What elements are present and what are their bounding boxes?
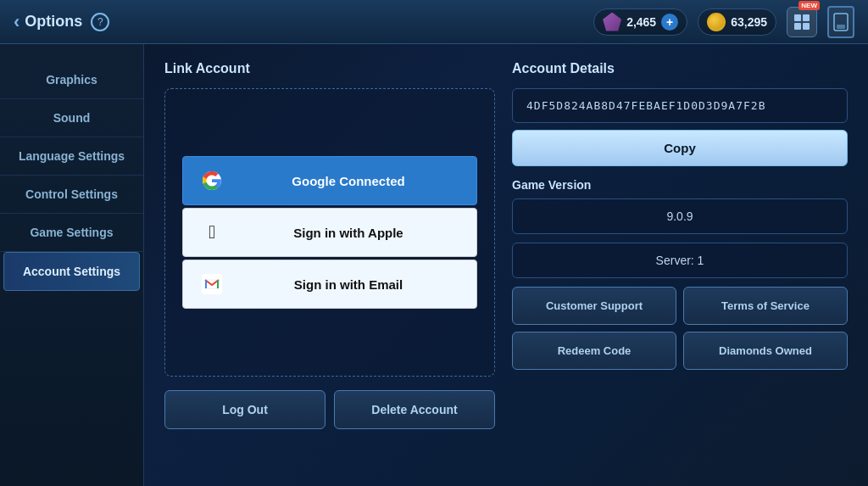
header-title: Options xyxy=(25,13,82,31)
link-account-panel: Link Account Google Connected xyxy=(164,61,495,469)
grid-sq-1 xyxy=(794,14,801,21)
account-id-box: 4DF5D824AB8D47FEBAEF1D0D3D9A7F2B xyxy=(512,88,848,123)
svg-rect-1 xyxy=(837,25,845,29)
header: ‹ Options ? 2,465 + 63,295 NEW xyxy=(0,0,868,44)
sidebar-item-graphics[interactable]: Graphics xyxy=(0,61,143,99)
gems-value: 2,465 xyxy=(626,15,656,29)
customer-support-label: Customer Support xyxy=(546,299,643,312)
new-badge: NEW xyxy=(798,1,820,10)
account-details-panel: Account Details 4DF5D824AB8D47FEBAEF1D0D… xyxy=(512,61,848,469)
sidebar-item-control[interactable]: Control Settings xyxy=(0,176,143,214)
grid-sq-3 xyxy=(794,23,801,30)
help-label: ? xyxy=(97,16,103,28)
portrait-button[interactable] xyxy=(827,6,854,38)
link-account-box: Google Connected  Sign in with Apple xyxy=(164,88,495,377)
add-gems-button[interactable]: + xyxy=(661,14,678,31)
terms-of-service-button[interactable]: Terms of Service xyxy=(683,287,848,325)
sidebar-item-language[interactable]: Language Settings xyxy=(0,137,143,176)
gem-icon xyxy=(603,13,621,31)
delete-account-button[interactable]: Delete Account xyxy=(334,390,495,429)
account-details-title: Account Details xyxy=(512,61,848,76)
bottom-buttons: Log Out Delete Account xyxy=(164,390,495,429)
customer-support-button[interactable]: Customer Support xyxy=(512,287,676,325)
game-version-label: Game Version xyxy=(512,178,848,192)
back-button[interactable]: ‹ Options xyxy=(14,11,82,33)
sidebar-item-sound[interactable]: Sound xyxy=(0,99,143,137)
server-value: Server: 1 xyxy=(512,243,848,278)
main-content: Graphics Sound Language Settings Control… xyxy=(0,44,868,486)
copy-label: Copy xyxy=(664,141,696,155)
email-auth-label: Sign in with Email xyxy=(237,277,459,292)
header-right: 2,465 + 63,295 NEW xyxy=(593,6,854,38)
log-out-button[interactable]: Log Out xyxy=(164,390,326,429)
sidebar-item-game[interactable]: Game Settings xyxy=(0,214,143,252)
apple-auth-label: Sign in with Apple xyxy=(237,226,459,240)
diamonds-owned-label: Diamonds Owned xyxy=(719,344,812,357)
coins-value: 63,295 xyxy=(731,15,767,29)
grid-menu-button[interactable]: NEW xyxy=(787,7,817,37)
svg-rect-5 xyxy=(217,280,219,288)
gems-group: 2,465 + xyxy=(593,8,687,36)
sidebar: Graphics Sound Language Settings Control… xyxy=(0,44,144,486)
redeem-code-label: Redeem Code xyxy=(558,344,632,357)
coin-icon xyxy=(707,13,726,31)
game-version-value: 9.0.9 xyxy=(512,198,848,234)
copy-button[interactable]: Copy xyxy=(512,130,848,166)
svg-rect-4 xyxy=(205,280,207,288)
google-auth-label: Google Connected xyxy=(237,174,459,188)
apple-icon:  xyxy=(200,221,224,244)
email-auth-button[interactable]: Sign in with Email xyxy=(182,260,477,309)
link-account-title: Link Account xyxy=(164,61,495,76)
account-id-value: 4DF5D824AB8D47FEBAEF1D0D3D9A7F2B xyxy=(526,99,765,112)
email-icon xyxy=(200,272,224,296)
redeem-code-button[interactable]: Redeem Code xyxy=(512,332,676,370)
terms-of-service-label: Terms of Service xyxy=(721,299,810,312)
grid-icon xyxy=(794,14,810,30)
grid-sq-4 xyxy=(803,23,810,30)
back-arrow-icon: ‹ xyxy=(14,11,19,33)
help-button[interactable]: ? xyxy=(91,13,109,31)
header-left: ‹ Options ? xyxy=(14,11,109,33)
detail-grid: Customer Support Terms of Service Redeem… xyxy=(512,287,848,370)
diamonds-owned-button[interactable]: Diamonds Owned xyxy=(683,332,848,370)
sidebar-item-account[interactable]: Account Settings xyxy=(3,252,140,291)
google-auth-button[interactable]: Google Connected xyxy=(182,156,477,205)
grid-sq-2 xyxy=(803,14,810,21)
coins-group: 63,295 xyxy=(698,8,776,36)
content-area: Link Account Google Connected xyxy=(144,44,868,486)
apple-auth-button[interactable]:  Sign in with Apple xyxy=(182,208,477,257)
google-icon xyxy=(200,169,224,193)
